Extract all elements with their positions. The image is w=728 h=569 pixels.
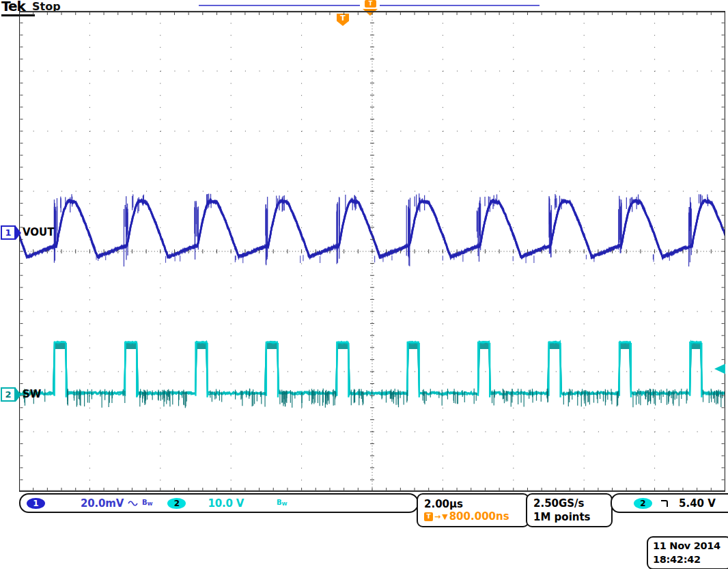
trigger-delay-readout: T→▼800.000ns bbox=[424, 510, 509, 523]
channel1-marker-arrow-icon bbox=[16, 226, 21, 240]
channel2-scale[interactable]: 10.0 V bbox=[208, 497, 244, 510]
right-arrow-icon: → bbox=[434, 512, 440, 521]
timebase-scale: 2.00µs bbox=[424, 498, 463, 510]
graticule bbox=[19, 11, 725, 492]
expansion-point-flag-icon[interactable]: T bbox=[365, 0, 376, 8]
timebase-readout[interactable]: 2.00µs T→▼800.000ns bbox=[417, 493, 529, 527]
channel1-position-marker[interactable]: 1 bbox=[1, 225, 21, 240]
channel2-marker-arrow-icon bbox=[16, 388, 21, 402]
waveform-label-vout: VOUT bbox=[23, 226, 55, 238]
channel2-marker-number: 2 bbox=[1, 387, 16, 402]
acquisition-readout[interactable]: 2.50GS/s 1M points bbox=[526, 493, 613, 527]
ch2-bandwidth-limit-icon: BW bbox=[277, 499, 287, 507]
record-length: 1M points bbox=[533, 510, 591, 524]
channel1-badge[interactable]: 1 bbox=[27, 498, 45, 509]
trigger-delay-value: 800.000ns bbox=[449, 510, 509, 523]
channel1-scale[interactable]: 20.0mV bbox=[81, 497, 124, 510]
trigger-level-value: 5.40 V bbox=[679, 497, 716, 510]
channel2-badge[interactable]: 2 bbox=[167, 498, 186, 509]
waveform-plot bbox=[19, 11, 725, 492]
time-value: 18:42:42 bbox=[653, 553, 701, 567]
date-value: 11 Nov 2014 bbox=[653, 540, 720, 553]
sample-rate: 2.50GS/s bbox=[533, 497, 585, 510]
falling-edge-icon bbox=[660, 498, 671, 508]
ch1-bandwidth-limit-icon: BW bbox=[142, 499, 152, 507]
record-view-bar-left bbox=[199, 5, 360, 6]
channel2-position-marker[interactable]: 2 bbox=[1, 387, 21, 402]
waveform-label-sw: SW bbox=[23, 388, 41, 400]
channel-readout-bar[interactable]: 1 20.0mV BW 2 10.0 V BW bbox=[19, 493, 419, 513]
record-view-bar-right bbox=[380, 5, 540, 6]
trigger-source-badge: 2 bbox=[634, 498, 652, 509]
down-triangle-icon: ▼ bbox=[442, 512, 447, 521]
channel1-marker-number: 1 bbox=[1, 225, 16, 240]
ac-coupling-icon bbox=[128, 499, 138, 508]
trigger-delay-t-icon: T bbox=[424, 512, 433, 521]
trigger-readout[interactable]: 2 5.40 V bbox=[611, 493, 728, 513]
datetime-readout: 11 Nov 2014 18:42:42 bbox=[647, 536, 728, 569]
